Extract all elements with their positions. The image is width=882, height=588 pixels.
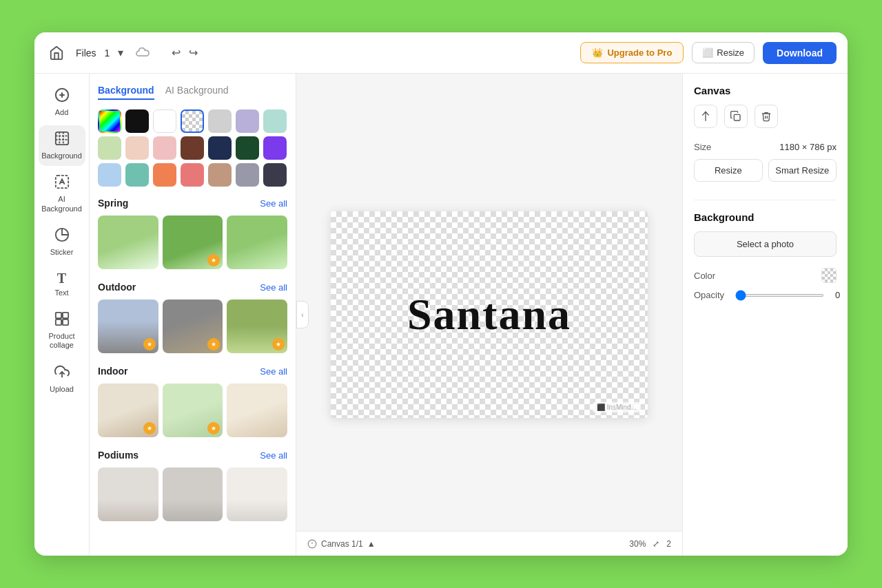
sidebar-item-product-collage[interactable]: Product collage xyxy=(39,306,85,355)
color-swatch-black[interactable] xyxy=(125,109,149,133)
section-indoor-see-all[interactable]: See all xyxy=(260,366,287,377)
cloud-icon[interactable] xyxy=(134,46,150,60)
indoor-image-1[interactable]: ★ xyxy=(98,384,158,437)
select-photo-button[interactable]: Select a photo xyxy=(694,231,837,257)
sidebar-item-ai-background-label: AI Background xyxy=(41,195,82,213)
canvas-label: Canvas 1/1 xyxy=(321,539,363,549)
section-outdoor-title: Outdoor xyxy=(98,282,136,293)
canvas-section-title: Canvas xyxy=(694,85,837,96)
home-icon[interactable] xyxy=(45,42,68,64)
background-section-title: Background xyxy=(694,211,837,223)
color-swatch-mint[interactable] xyxy=(263,109,287,133)
canvas-footer-left: Canvas 1/1 ▲ xyxy=(307,539,376,549)
crown-icon: 👑 xyxy=(592,48,603,58)
smart-resize-button[interactable]: Smart Resize xyxy=(768,159,837,182)
color-swatch-lavender[interactable] xyxy=(236,109,259,133)
sidebar-item-background[interactable]: Background xyxy=(39,125,85,166)
color-swatch-rainbow[interactable] xyxy=(98,109,121,133)
canvas-zoom: 30% xyxy=(629,539,646,549)
color-swatch-navy[interactable] xyxy=(208,136,232,160)
spring-image-3[interactable] xyxy=(227,216,287,269)
sidebar-item-add-label: Add xyxy=(55,108,69,117)
text-icon: T xyxy=(57,271,66,286)
redo-icon[interactable]: ↪ xyxy=(189,46,198,59)
section-podiums-title: Podiums xyxy=(98,450,139,461)
color-swatch-teal[interactable] xyxy=(125,163,149,187)
files-label[interactable]: Files xyxy=(76,48,96,59)
canvas-board[interactable]: Santana ⬛ InsMind... xyxy=(331,211,648,418)
sticker-icon xyxy=(54,227,70,246)
section-outdoor-see-all[interactable]: See all xyxy=(260,282,287,293)
resize-button[interactable]: ⬜ Resize xyxy=(692,42,755,63)
spring-image-1[interactable] xyxy=(98,216,158,269)
section-outdoor-header: Outdoor See all xyxy=(98,282,287,293)
color-row: Color xyxy=(694,268,837,283)
section-podiums-header: Podiums See all xyxy=(98,450,287,461)
section-podiums-see-all[interactable]: See all xyxy=(260,450,287,461)
outdoor-image-2[interactable]: ★ xyxy=(163,300,223,353)
color-swatch-white[interactable] xyxy=(153,109,176,133)
podiums-image-grid xyxy=(98,468,287,521)
color-swatch-rose[interactable] xyxy=(181,163,204,187)
opacity-row: Opacity 0 xyxy=(694,290,837,300)
pro-badge: ★ xyxy=(143,338,156,350)
outdoor-image-3[interactable]: ★ xyxy=(227,300,287,353)
tab-background[interactable]: Background xyxy=(98,85,154,100)
color-swatch-muted[interactable] xyxy=(208,163,232,187)
delete-icon-button[interactable] xyxy=(755,105,778,128)
color-swatch-purple[interactable] xyxy=(263,136,287,160)
color-swatch-lgreen[interactable] xyxy=(98,136,121,160)
download-button[interactable]: Download xyxy=(763,42,837,64)
indoor-image-2[interactable]: ★ xyxy=(163,384,223,437)
undo-icon[interactable]: ↩ xyxy=(172,46,181,59)
sidebar-item-sticker-label: Sticker xyxy=(50,248,74,257)
podium-image-2[interactable] xyxy=(163,468,223,521)
color-swatch-dkgreen[interactable] xyxy=(236,136,259,160)
sidebar-item-ai-background[interactable]: AI Background xyxy=(39,169,85,218)
header: Files 1 ▾ ↩ ↪ 👑 Upgrade to Pro ⬜ Resize … xyxy=(34,32,848,74)
size-value: 1180 × 786 px xyxy=(779,142,837,152)
tab-ai-background[interactable]: AI Background xyxy=(165,85,229,100)
spring-image-2[interactable]: ★ xyxy=(163,216,223,269)
svg-rect-3 xyxy=(55,132,68,145)
color-swatch-brown[interactable] xyxy=(181,136,204,160)
color-swatch-peach[interactable] xyxy=(125,136,149,160)
outdoor-image-1[interactable]: ★ xyxy=(98,300,158,353)
size-label: Size xyxy=(694,142,711,152)
upgrade-to-pro-button[interactable]: 👑 Upgrade to Pro xyxy=(580,42,684,63)
pro-badge: ★ xyxy=(207,254,220,266)
sidebar-item-sticker[interactable]: Sticker xyxy=(39,222,85,262)
body: Add Background xyxy=(34,74,848,556)
canvas-page-chevron[interactable]: ▲ xyxy=(367,539,376,549)
color-swatch-orange[interactable] xyxy=(153,163,176,187)
color-swatch-transparent[interactable] xyxy=(181,109,204,133)
sidebar-item-text[interactable]: T Text xyxy=(39,265,85,303)
canvas-count: 2 xyxy=(666,539,671,549)
color-swatch-lpink[interactable] xyxy=(153,136,176,160)
resize-icon: ⬜ xyxy=(702,48,713,58)
sidebar-item-upload[interactable]: Upload xyxy=(39,359,85,399)
color-preview[interactable] xyxy=(821,268,837,283)
podium-image-3[interactable] xyxy=(227,468,287,521)
indoor-image-3[interactable] xyxy=(227,384,287,437)
spring-image-grid: ★ xyxy=(98,216,287,269)
pin-icon-button[interactable] xyxy=(694,105,717,128)
opacity-slider[interactable] xyxy=(735,294,824,297)
color-swatch-dkgray[interactable] xyxy=(263,163,287,187)
duplicate-icon-button[interactable] xyxy=(724,105,748,128)
color-swatch-skyblue[interactable] xyxy=(98,163,121,187)
chevron-down-icon[interactable]: ▾ xyxy=(118,46,123,59)
sidebar-item-product-collage-label: Product collage xyxy=(43,332,81,350)
panel-collapse-button[interactable]: ‹ xyxy=(296,301,309,328)
podium-image-1[interactable] xyxy=(98,468,158,521)
add-icon xyxy=(54,87,70,106)
sidebar-item-add[interactable]: Add xyxy=(39,82,85,123)
canvas-resize-button[interactable]: Resize xyxy=(694,159,763,182)
indoor-image-grid: ★ ★ xyxy=(98,384,287,437)
color-swatch-mgray[interactable] xyxy=(236,163,259,187)
section-spring-see-all[interactable]: See all xyxy=(260,198,287,209)
color-swatch-lgray[interactable] xyxy=(208,109,232,133)
size-row: Size 1180 × 786 px xyxy=(694,142,837,152)
background-panel: Background AI Background xyxy=(90,74,296,556)
fit-icon[interactable]: ⤢ xyxy=(653,539,659,549)
